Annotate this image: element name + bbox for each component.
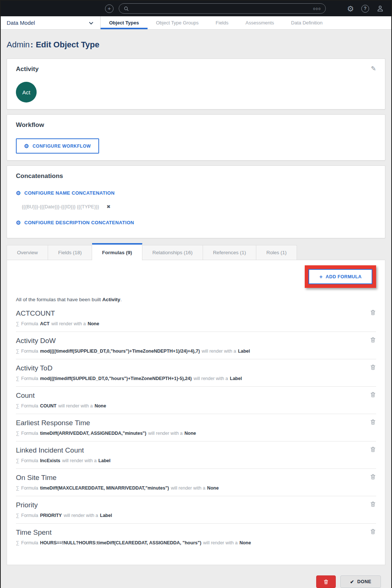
activity-card-title: Activity <box>16 65 376 73</box>
tab-data-definition[interactable]: Data Definition <box>283 16 331 29</box>
formula-label: Formula <box>21 403 38 409</box>
formula-label: Formula <box>21 431 38 436</box>
formula-name[interactable]: On Site Time <box>16 474 57 482</box>
tab-assessments[interactable]: Assessments <box>237 16 283 29</box>
gear-icon: ⚙ <box>16 190 21 196</box>
formula-name[interactable]: Earliest Response Time <box>16 419 90 427</box>
formula-detail: ∑ Formula timeDiff(MAXCLEAREDDATE, MINAR… <box>16 485 376 491</box>
formula-render-text: will render with a <box>64 513 98 518</box>
formula-row: ACTCOUNT ∑ Formula ACT will render with … <box>16 305 376 332</box>
formula-label: Formula <box>21 485 38 491</box>
tab-references[interactable]: References (1) <box>203 245 256 260</box>
search-bar[interactable]: ooo <box>119 3 326 14</box>
concatenations-card-title: Concatenations <box>16 172 376 180</box>
gear-icon: ⚙ <box>16 220 21 225</box>
trash-icon <box>323 579 329 585</box>
tab-overview[interactable]: Overview <box>7 245 48 260</box>
main-content: Admin:Edit Object Type Activity ✎ Act Wo… <box>1 40 391 588</box>
configure-workflow-button[interactable]: ⚙ CONFIGURE WORKFLOW <box>16 138 99 154</box>
formula-detail: ∑ Formula timeDiff(ARRIVEDDAT, ASSIGNEDD… <box>16 430 376 436</box>
tab-formulas[interactable]: Formulas (9) <box>92 243 142 261</box>
delete-formula-icon[interactable] <box>370 474 376 481</box>
module-navbar: Data Model Object Types Object Type Grou… <box>1 16 391 30</box>
formula-render-text: will render with a <box>58 403 93 409</box>
help-icon[interactable]: ? <box>361 5 369 13</box>
configure-description-concatenation-link[interactable]: ⚙ CONFIGURE DESCRIPTION CONCATENATION <box>16 220 134 225</box>
edit-pencil-icon[interactable]: ✎ <box>371 65 376 73</box>
formula-name[interactable]: Activity ToD <box>16 364 53 372</box>
remove-concatenation-icon[interactable]: ✖ <box>107 204 111 209</box>
formula-expression: mod(((timediff(SUPPLIED_DT,0,"hours")+Ti… <box>40 376 192 381</box>
tab-roles[interactable]: Roles (1) <box>256 245 297 260</box>
formula-expression: timeDiff(ARRIVEDDAT, ASSIGNEDDA,"minutes… <box>40 431 146 436</box>
formula-name[interactable]: Activity DoW <box>16 337 56 345</box>
formula-detail: ∑ Formula mod((((timediff(SUPPLIED_DT,0,… <box>16 348 376 354</box>
chevron-down-icon <box>89 20 93 24</box>
add-icon[interactable]: + <box>105 4 114 13</box>
formula-name[interactable]: ACTCOUNT <box>16 309 55 317</box>
formula-label: Formula <box>21 513 38 518</box>
formula-row: Activity ToD ∑ Formula mod(((timediff(SU… <box>16 359 376 387</box>
formula-detail: ∑ Formula mod(((timediff(SUPPLIED_DT,0,"… <box>16 376 376 381</box>
tab-fields[interactable]: Fields <box>207 16 237 29</box>
detail-tabs: Overview Fields (18) Formulas (9) Relati… <box>7 243 385 260</box>
tab-object-types[interactable]: Object Types <box>101 16 148 29</box>
formula-name[interactable]: Count <box>16 392 35 400</box>
breadcrumb: Admin <box>7 40 30 49</box>
formula-format: None <box>88 321 99 326</box>
formulas-intro: All of the formulas that have been built… <box>16 297 376 302</box>
add-formula-label: ADD FORMULA <box>326 274 362 279</box>
formula-detail: ∑ Formula HOURS==!NULL?HOURS:timeDiff(CL… <box>16 540 376 545</box>
delete-formula-icon[interactable] <box>370 337 376 344</box>
sigma-icon: ∑ <box>16 458 19 463</box>
concatenations-card: Concatenations ⚙ CONFIGURE NAME CONCATEN… <box>7 165 385 238</box>
done-button[interactable]: ✔ DONE <box>340 575 381 588</box>
delete-object-type-button[interactable] <box>316 575 336 588</box>
formula-name[interactable]: Linked Incident Count <box>16 446 84 454</box>
formulas-panel: + ADD FORMULA All of the formulas that h… <box>7 260 385 565</box>
formula-render-text: will render with a <box>51 321 86 326</box>
formula-format: None <box>207 485 219 491</box>
sigma-icon: ∑ <box>16 485 19 491</box>
delete-formula-icon[interactable] <box>370 528 376 536</box>
settings-gear-icon[interactable]: ⚙ <box>347 5 354 13</box>
search-overflow-icon[interactable]: ooo <box>313 7 321 11</box>
delete-formula-icon[interactable] <box>370 364 376 372</box>
formula-name[interactable]: Time Spent <box>16 528 51 537</box>
search-input[interactable] <box>132 6 310 11</box>
workflow-card: Workflow ⚙ CONFIGURE WORKFLOW <box>7 114 385 161</box>
topbar: + ooo ⚙ ? <box>1 1 391 16</box>
formula-format: Label <box>230 376 242 381</box>
user-icon[interactable] <box>376 5 384 12</box>
app-window: + ooo ⚙ ? Data Model Object Types Object… <box>0 0 392 588</box>
formula-detail: ∑ Formula COUNT will render with a None <box>16 403 376 409</box>
activity-card: Activity ✎ Act <box>7 58 385 110</box>
delete-formula-icon[interactable] <box>370 446 376 454</box>
module-selector[interactable]: Data Model <box>1 16 101 29</box>
formula-row: Activity DoW ∑ Formula mod((((timediff(S… <box>16 332 376 359</box>
delete-formula-icon[interactable] <box>370 309 376 317</box>
name-concatenation-row: {{{BU}}}-{{{Date}}}-{{{ID}}} {{{TYPE}}} … <box>22 204 376 209</box>
gear-icon: ⚙ <box>24 143 29 149</box>
configure-workflow-label: CONFIGURE WORKFLOW <box>33 144 91 149</box>
formula-row: Time Spent ∑ Formula HOURS==!NULL?HOURS:… <box>16 524 376 551</box>
formula-detail: ∑ Formula ACT will render with a None <box>16 321 376 326</box>
tab-relationships[interactable]: Relationships (16) <box>142 245 203 260</box>
formula-row: Linked Incident Count ∑ Formula IncExist… <box>16 441 376 469</box>
formula-render-text: will render with a <box>148 431 183 436</box>
tab-fields-count[interactable]: Fields (18) <box>48 245 92 260</box>
configure-name-concatenation-link[interactable]: ⚙ CONFIGURE NAME CONCATENATION <box>16 190 115 196</box>
delete-formula-icon[interactable] <box>370 392 376 399</box>
title-separator: : <box>30 40 33 49</box>
formula-detail: ∑ Formula PRIORITY will render with a La… <box>16 513 376 518</box>
delete-formula-icon[interactable] <box>370 419 376 426</box>
name-concatenation-value: {{{BU}}}-{{{Date}}}-{{{ID}}} {{{TYPE}}} <box>22 204 99 209</box>
delete-formula-icon[interactable] <box>370 501 376 508</box>
formula-label: Formula <box>21 376 38 381</box>
plus-icon: + <box>319 274 322 279</box>
formula-name[interactable]: Priority <box>16 501 38 509</box>
formula-render-text: will render with a <box>171 485 205 491</box>
tab-object-type-groups[interactable]: Object Type Groups <box>148 16 207 29</box>
intro-suffix: . <box>120 297 122 302</box>
add-formula-button[interactable]: + ADD FORMULA <box>308 269 372 284</box>
